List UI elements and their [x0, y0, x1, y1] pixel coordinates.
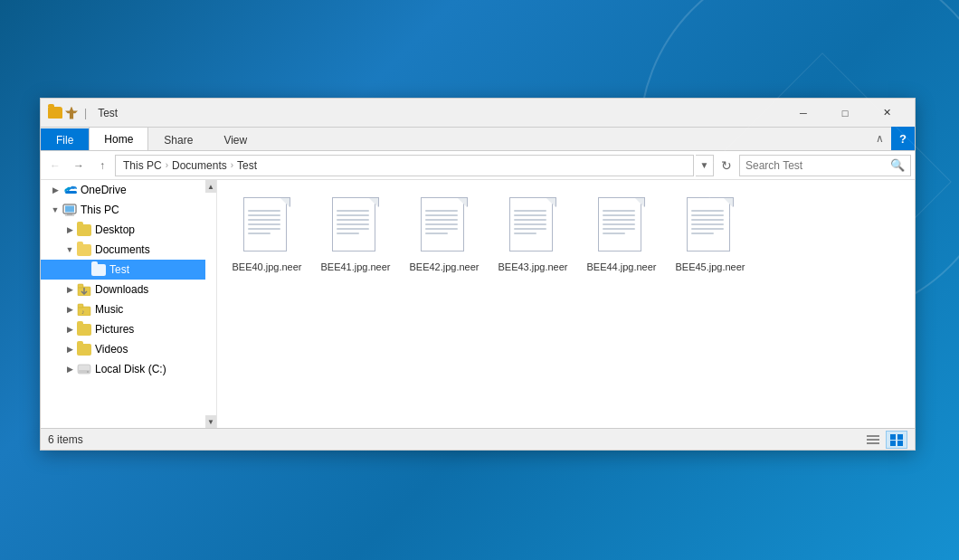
- sidebar-item-thispc[interactable]: ▼ This PC: [41, 200, 205, 220]
- up-button[interactable]: ↑: [91, 155, 113, 176]
- sidebar-item-localdisk[interactable]: ▶ Local Disk (C:): [41, 359, 205, 379]
- sidebar-item-label-videos: Videos: [95, 343, 128, 356]
- path-test[interactable]: Test: [237, 159, 257, 172]
- ribbon-collapse-button[interactable]: ∧: [868, 127, 891, 150]
- svg-rect-9: [78, 304, 83, 308]
- sidebar-item-onedrive[interactable]: ▶ OneDrive: [41, 180, 205, 200]
- file-item-4[interactable]: BEE44.jpg.neer: [581, 189, 662, 278]
- svg-rect-16: [867, 442, 879, 444]
- file-area: BEE40.jpg.neer BEE41.jpg.neer: [217, 180, 915, 428]
- file-icon-0: [243, 197, 290, 255]
- sidebar-item-desktop[interactable]: ▶ Desktop: [41, 220, 205, 240]
- sidebar-item-test[interactable]: ▶ Test: [41, 260, 205, 280]
- file-item-1[interactable]: BEE41.jpg.neer: [315, 189, 396, 278]
- file-icon-5: [687, 197, 734, 255]
- svg-rect-19: [890, 441, 896, 446]
- window-controls: ─ □ ✕: [783, 99, 907, 128]
- onedrive-icon: [62, 183, 77, 197]
- file-name-5: BEE45.jpg.neer: [675, 261, 745, 273]
- svg-rect-18: [897, 434, 903, 440]
- view-buttons: [862, 431, 907, 449]
- file-item-3[interactable]: BEE43.jpg.neer: [492, 189, 574, 278]
- file-item-5[interactable]: BEE45.jpg.neer: [669, 189, 751, 278]
- title-bar-icons: |: [48, 106, 90, 120]
- test-folder-icon: [91, 262, 106, 277]
- svg-rect-4: [65, 215, 74, 216]
- expand-icon: ▶: [48, 183, 62, 197]
- sidebar-item-label-music: Music: [95, 303, 123, 316]
- sidebar-item-label-documents: Documents: [95, 243, 150, 256]
- svg-rect-6: [78, 284, 83, 288]
- back-button[interactable]: ←: [44, 155, 66, 176]
- address-path[interactable]: This PC › Documents › Test: [115, 155, 694, 176]
- tab-home[interactable]: Home: [89, 127, 148, 150]
- file-name-1: BEE41.jpg.neer: [320, 261, 390, 273]
- search-input[interactable]: [745, 159, 890, 172]
- sidebar-item-pictures[interactable]: ▶ Pictures: [41, 319, 205, 339]
- pictures-folder-icon: [77, 322, 91, 337]
- svg-rect-20: [897, 441, 903, 446]
- sidebar-item-label-pictures: Pictures: [95, 323, 134, 336]
- refresh-button[interactable]: ↻: [716, 155, 737, 176]
- minimize-button[interactable]: ─: [783, 99, 824, 128]
- svg-rect-17: [890, 434, 896, 440]
- address-bar: ← → ↑ This PC › Documents › Test ▼ ↻ 🔍: [41, 151, 915, 180]
- expand-icon: ▶: [62, 342, 77, 356]
- details-view-button[interactable]: [862, 431, 884, 449]
- file-name-4: BEE44.jpg.neer: [586, 261, 656, 273]
- sidebar-item-label-downloads: Downloads: [95, 283, 148, 296]
- status-bar: 6 items: [41, 428, 915, 450]
- expand-icon: ▼: [48, 203, 62, 217]
- file-item-0[interactable]: BEE40.jpg.neer: [226, 189, 308, 278]
- expand-icon: ▶: [62, 362, 77, 376]
- tab-view[interactable]: View: [208, 128, 262, 150]
- sidebar-item-music[interactable]: ▶ ♪ Music: [41, 299, 205, 319]
- pin-icon: [64, 106, 79, 120]
- expand-icon: ▶: [62, 322, 77, 337]
- expand-icon: ▼: [62, 242, 77, 257]
- file-name-3: BEE43.jpg.neer: [498, 261, 567, 273]
- path-thispc[interactable]: This PC: [123, 159, 162, 172]
- sidebar-item-label-thispc: This PC: [81, 204, 119, 216]
- sidebar: ▲ ▶ OneDrive ▼ This PC ▶: [41, 180, 217, 428]
- scroll-up-button[interactable]: ▲: [205, 180, 216, 193]
- svg-rect-14: [867, 435, 879, 437]
- forward-button[interactable]: →: [68, 155, 90, 176]
- ribbon-tabs: File Home Share View ∧ ?: [41, 128, 915, 151]
- file-explorer-window: | Test ─ □ ✕ File Home Share View ∧ ? ← …: [40, 98, 916, 451]
- file-item-2[interactable]: BEE42.jpg.neer: [404, 189, 485, 278]
- pc-icon: [62, 203, 77, 217]
- file-icon-1: [332, 197, 379, 255]
- main-content: ▲ ▶ OneDrive ▼ This PC ▶: [41, 180, 915, 428]
- expand-icon: ▶: [62, 223, 77, 237]
- sidebar-item-label-desktop: Desktop: [95, 223, 135, 236]
- folder-icon-title: [48, 106, 62, 120]
- search-icon[interactable]: 🔍: [890, 158, 905, 172]
- help-button[interactable]: ?: [891, 127, 915, 150]
- tab-file[interactable]: File: [41, 128, 89, 150]
- sidebar-item-downloads[interactable]: ▶ Downloads: [41, 280, 205, 299]
- status-item-count: 6 items: [48, 433, 862, 446]
- ribbon: File Home Share View ∧ ?: [41, 128, 915, 151]
- close-button[interactable]: ✕: [866, 99, 907, 128]
- sidebar-item-label-test: Test: [109, 263, 129, 276]
- svg-point-13: [87, 371, 89, 373]
- tab-share[interactable]: Share: [148, 128, 208, 150]
- sidebar-item-videos[interactable]: ▶ Videos: [41, 339, 205, 359]
- large-icons-view-button[interactable]: [886, 431, 907, 449]
- search-box[interactable]: 🔍: [739, 155, 911, 176]
- sidebar-item-documents[interactable]: ▼ Documents: [41, 240, 205, 260]
- file-icon-4: [598, 197, 645, 255]
- address-dropdown-button[interactable]: ▼: [696, 155, 714, 176]
- drive-icon: [77, 362, 91, 376]
- expand-icon: ▶: [62, 302, 77, 317]
- svg-rect-15: [867, 439, 879, 441]
- scroll-down-button[interactable]: ▼: [205, 415, 216, 428]
- svg-rect-0: [65, 191, 77, 194]
- path-documents[interactable]: Documents: [172, 159, 227, 172]
- maximize-button[interactable]: □: [824, 99, 866, 128]
- svg-rect-2: [65, 206, 74, 213]
- window-title: Test: [98, 107, 783, 119]
- svg-text:♪: ♪: [81, 308, 85, 315]
- breadcrumb: This PC › Documents › Test: [123, 159, 257, 172]
